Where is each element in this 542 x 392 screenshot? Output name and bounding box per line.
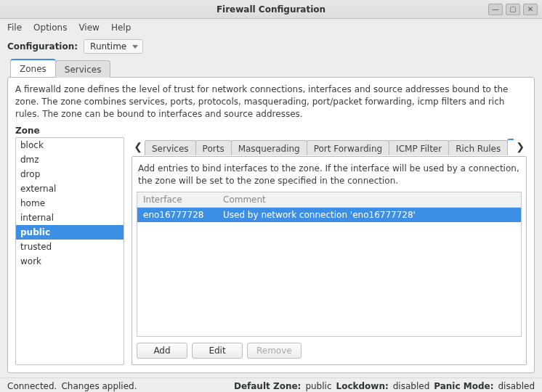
interfaces-panel: Add entries to bind interfaces to the zo…	[132, 156, 527, 365]
window-buttons: — ▢ ✕	[488, 4, 538, 15]
subtab-icmp-filter[interactable]: ICMP Filter	[389, 140, 449, 155]
configuration-label: Configuration:	[7, 41, 78, 52]
edit-button[interactable]: Edit	[192, 343, 243, 359]
scroll-right-button[interactable]: ❯	[514, 139, 527, 155]
chevron-down-icon	[132, 45, 138, 49]
tab-zones[interactable]: Zones	[10, 59, 56, 77]
interfaces-buttons: Add Edit Remove	[137, 337, 522, 359]
configuration-value: Runtime	[90, 41, 126, 52]
menu-help[interactable]: Help	[111, 23, 131, 33]
status-bar: Connected. Changes applied. Default Zone…	[0, 377, 542, 392]
col-interface: Interface	[137, 192, 217, 207]
subtab-rich-rules[interactable]: Rich Rules	[448, 140, 508, 155]
configuration-row: Configuration: Runtime	[0, 36, 542, 58]
status-connected: Connected.	[7, 381, 57, 391]
tab-services[interactable]: Services	[55, 60, 111, 78]
zone-split: block dmz drop external home internal pu…	[15, 137, 527, 365]
interfaces-table-head: Interface Comment	[137, 192, 521, 208]
window-title: Firewall Configuration	[4, 4, 538, 15]
status-default-zone-label: Default Zone:	[234, 381, 301, 391]
interface-name: eno16777728	[137, 208, 217, 222]
scroll-left-button[interactable]: ❮	[132, 139, 145, 155]
zone-item-internal[interactable]: internal	[16, 211, 124, 225]
interfaces-table: Interface Comment eno16777728 Used by ne…	[137, 192, 522, 337]
maximize-button[interactable]: ▢	[506, 4, 520, 15]
menu-file[interactable]: File	[7, 23, 22, 33]
status-lockdown: disabled	[393, 381, 430, 391]
menu-view[interactable]: View	[78, 23, 99, 33]
add-button[interactable]: Add	[137, 343, 187, 359]
zone-item-trusted[interactable]: trusted	[16, 240, 124, 254]
subtab-services[interactable]: Services	[145, 140, 196, 155]
zone-item-block[interactable]: block	[16, 138, 124, 152]
zone-detail: ❮ Services Ports Masquerading Port Forwa…	[132, 137, 527, 365]
zone-item-public[interactable]: public	[16, 225, 124, 240]
title-bar: Firewall Configuration — ▢ ✕	[0, 0, 542, 19]
zone-item-home[interactable]: home	[16, 196, 124, 211]
zone-subtab-row: ❮ Services Ports Masquerading Port Forwa…	[132, 137, 527, 156]
subtab-masquerading[interactable]: Masquerading	[231, 140, 307, 155]
subtab-interfaces[interactable]: Interfaces	[507, 139, 514, 155]
interface-row[interactable]: eno16777728 Used by network connection '…	[137, 208, 521, 222]
zone-list[interactable]: block dmz drop external home internal pu…	[15, 137, 124, 365]
zone-item-dmz[interactable]: dmz	[16, 152, 124, 167]
zone-heading: Zone	[15, 126, 527, 136]
interface-comment: Used by network connection 'eno16777728'	[217, 208, 521, 222]
menu-bar: File Options View Help	[0, 19, 542, 36]
interfaces-description: Add entries to bind interfaces to the zo…	[137, 161, 522, 192]
zone-subtabs: Services Ports Masquerading Port Forward…	[145, 139, 514, 155]
status-default-zone: public	[305, 381, 331, 391]
zone-item-work[interactable]: work	[16, 254, 124, 269]
close-button[interactable]: ✕	[523, 4, 538, 15]
zones-panel: A firewalld zone defines the level of tr…	[7, 77, 535, 373]
zone-item-drop[interactable]: drop	[16, 167, 124, 181]
status-changes: Changes applied.	[61, 381, 137, 391]
status-panic: disabled	[498, 381, 535, 391]
subtab-port-forwarding[interactable]: Port Forwarding	[307, 140, 389, 155]
zone-item-external[interactable]: external	[16, 181, 124, 196]
main-tabs: Zones Services	[0, 58, 542, 77]
configuration-select[interactable]: Runtime	[84, 39, 143, 54]
status-lockdown-label: Lockdown:	[336, 381, 388, 391]
menu-options[interactable]: Options	[33, 23, 67, 33]
subtab-ports[interactable]: Ports	[195, 140, 232, 155]
minimize-button[interactable]: —	[488, 4, 503, 15]
col-comment: Comment	[217, 192, 521, 207]
status-panic-label: Panic Mode:	[434, 381, 493, 391]
zone-description: A firewalld zone defines the level of tr…	[15, 83, 527, 120]
remove-button[interactable]: Remove	[247, 343, 302, 359]
